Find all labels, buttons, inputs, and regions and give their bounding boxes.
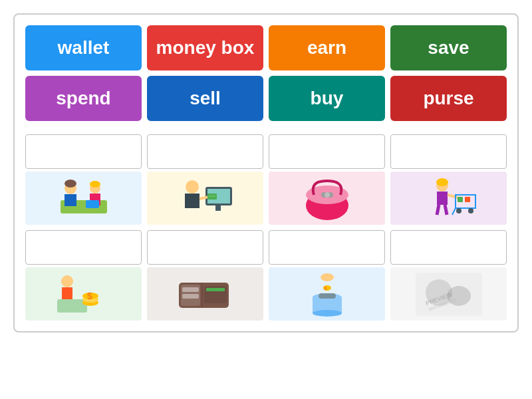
svg-rect-42 bbox=[182, 287, 199, 292]
svg-point-32 bbox=[61, 275, 73, 287]
image-section-row2: $ bbox=[25, 230, 507, 321]
drop-box-earn[interactable] bbox=[147, 134, 263, 169]
svg-rect-10 bbox=[215, 205, 221, 211]
main-container: wallet money box earn save spend sell bu… bbox=[13, 13, 519, 332]
svg-rect-45 bbox=[206, 288, 225, 291]
drop-box-wallet[interactable] bbox=[147, 230, 263, 265]
image-cell-blurred: PREVIEW WATERMARK bbox=[390, 230, 507, 321]
img-save: $ bbox=[269, 267, 385, 321]
drop-box-save[interactable] bbox=[269, 230, 385, 265]
btn-buy[interactable]: buy bbox=[269, 76, 385, 121]
btn-sell[interactable]: sell bbox=[147, 76, 263, 121]
img-shop bbox=[390, 172, 507, 225]
image-cell-save: $ bbox=[269, 230, 385, 321]
image-cell-shop bbox=[390, 134, 507, 225]
image-section-row1 bbox=[25, 134, 507, 225]
img-coins: $ bbox=[25, 267, 142, 321]
image-cell-earn bbox=[147, 134, 263, 225]
svg-point-11 bbox=[186, 180, 199, 194]
svg-rect-28 bbox=[458, 197, 463, 202]
drop-box-shop[interactable] bbox=[390, 134, 507, 169]
btn-purse[interactable]: purse bbox=[390, 76, 507, 121]
img-purse bbox=[269, 172, 385, 225]
btn-spend[interactable]: spend bbox=[25, 76, 142, 121]
img-earn bbox=[147, 172, 263, 225]
image-cell-coins: $ bbox=[25, 230, 142, 321]
svg-point-6 bbox=[90, 181, 100, 188]
img-wallet bbox=[147, 267, 263, 321]
btn-earn[interactable]: earn bbox=[269, 25, 385, 70]
image-cell-purse bbox=[269, 134, 385, 225]
svg-rect-33 bbox=[62, 287, 72, 299]
drop-box-coins[interactable] bbox=[25, 230, 142, 265]
btn-save[interactable]: save bbox=[390, 25, 507, 70]
svg-text:$: $ bbox=[324, 285, 327, 291]
svg-text:$: $ bbox=[87, 291, 92, 301]
image-cell-cashier bbox=[25, 134, 142, 225]
svg-rect-43 bbox=[182, 294, 199, 299]
svg-rect-34 bbox=[57, 299, 87, 313]
img-cashier bbox=[25, 172, 142, 225]
svg-point-46 bbox=[321, 273, 334, 281]
drop-box-blurred[interactable] bbox=[390, 230, 507, 265]
svg-rect-52 bbox=[319, 293, 336, 299]
word-grid: wallet money box earn save spend sell bu… bbox=[25, 25, 507, 121]
svg-rect-22 bbox=[437, 192, 448, 205]
svg-line-27 bbox=[452, 208, 456, 215]
svg-point-51 bbox=[313, 310, 342, 317]
drop-box-cashier[interactable] bbox=[25, 134, 142, 169]
svg-point-3 bbox=[65, 180, 76, 188]
svg-rect-7 bbox=[86, 200, 99, 208]
btn-wallet[interactable]: wallet bbox=[25, 25, 142, 70]
svg-line-24 bbox=[445, 205, 447, 215]
image-cell-wallet bbox=[147, 230, 263, 321]
svg-point-19 bbox=[325, 192, 330, 198]
btn-money-box[interactable]: money box bbox=[147, 25, 263, 70]
svg-rect-29 bbox=[465, 197, 470, 202]
drop-box-purse[interactable] bbox=[269, 134, 385, 169]
svg-rect-2 bbox=[65, 194, 76, 206]
svg-rect-12 bbox=[185, 194, 200, 208]
svg-point-30 bbox=[456, 208, 462, 213]
svg-line-23 bbox=[437, 205, 439, 215]
img-blurred: PREVIEW WATERMARK bbox=[390, 267, 507, 321]
svg-point-31 bbox=[468, 208, 473, 213]
svg-point-21 bbox=[436, 178, 448, 186]
